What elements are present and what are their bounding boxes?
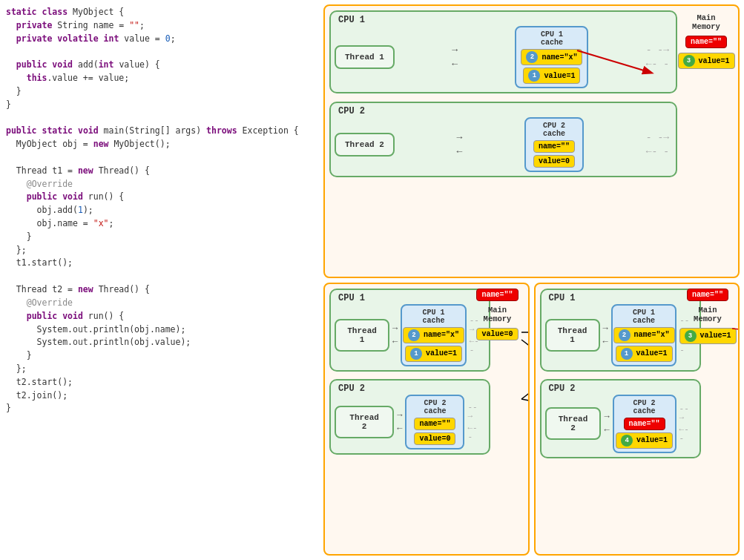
- main-container: static class MyObject { private String n…: [0, 0, 744, 560]
- bl-thread2-box: Thread 2: [335, 406, 394, 438]
- bl-cpu2-cache: CPU 2cache name="" value=0: [405, 395, 464, 449]
- code-text: static class MyObject { private String n…: [6, 6, 313, 415]
- top-cpu1-name-tag: 2name="x": [521, 49, 582, 65]
- bl-mm-value-tag: value=0: [476, 328, 518, 340]
- top-mm-name-tag: name="": [685, 36, 727, 48]
- code-panel: static class MyObject { private String n…: [0, 0, 319, 560]
- top-cpu1-box: CPU 1 Thread 1 → ← CPU 1cache 2name="x": [329, 10, 677, 93]
- top-cpu1-value-tag: 1value=1: [523, 67, 580, 84]
- br-mm-value-tag: 3value=1: [679, 328, 737, 344]
- br-thread1-box: Thread 1: [545, 319, 600, 352]
- top-mm-title: MainMemory: [692, 13, 720, 31]
- bl-cpu1-value-tag: 1value=1: [405, 346, 462, 362]
- br-cpu2-box: CPU 2 Thread 2 → ← CPU 2cache name="" 4v…: [540, 379, 701, 458]
- br-mm-name-tag: name="": [687, 289, 728, 301]
- bl-thread1-box: Thread 1: [335, 319, 389, 352]
- br-main-memory: name="" MainMemory 3value=1: [682, 289, 734, 550]
- top-cpu1-label: CPU 1: [338, 15, 365, 25]
- bl-mm-title: MainMemory: [484, 306, 512, 323]
- bl-cpu2-box: CPU 2 Thread 2 → ← CPU 2cache name="" va…: [329, 379, 490, 455]
- bl-cpu1-box: CPU 1 Thread 1 → ← CPU 1cache 2name="x" …: [329, 289, 490, 372]
- br-cpu2-name-tag: name="": [624, 418, 665, 430]
- bl-cpu1-cache: CPU 1cache 2name="x" 1value=1: [401, 304, 466, 366]
- br-cpu2-value-tag: 4value=1: [616, 432, 673, 449]
- bottom-left-quadrant: CPU 1 Thread 1 → ← CPU 1cache 2name="x" …: [323, 283, 530, 556]
- bl-mm-name-tag: name="": [476, 289, 518, 301]
- br-thread2-box: Thread 2: [545, 407, 602, 440]
- br-cpu2-cache: CPU 2cache name="" 4value=1: [613, 395, 676, 453]
- top-mm-value-tag: 3value=1: [678, 53, 735, 69]
- br-cpu2-label: CPU 2: [549, 383, 576, 394]
- bl-cpu1-name-tag: 2name="x": [403, 327, 464, 343]
- bl-cpu1-label: CPU 1: [338, 293, 365, 303]
- br-cpu1-label: CPU 1: [549, 293, 576, 303]
- br-cpu1-value-tag: 1value=1: [616, 346, 673, 362]
- br-cpu1-box: CPU 1 Thread 1 → ← CPU 1cache 2name="x" …: [540, 289, 701, 372]
- top-main-memory: MainMemory name="" 3value=1: [680, 10, 732, 272]
- top-cpu2-value-tag: value=0: [533, 155, 575, 168]
- top-cpu2-box: CPU 2 Thread 2 → ← CPU 2cache name="" va…: [329, 102, 677, 177]
- top-thread2-box: Thread 2: [335, 133, 395, 157]
- bl-cpu2-value-tag: value=0: [414, 432, 455, 445]
- top-cpu1-cache: CPU 1cache 2name="x" 1value=1: [515, 26, 588, 88]
- bottom-right-quadrant: CPU 1 Thread 1 → ← CPU 1cache 2name="x" …: [534, 283, 740, 556]
- bl-cpu2-name-tag: name="": [414, 418, 455, 430]
- br-cpu1-cache: CPU 1cache 2name="x" 1value=1: [611, 304, 676, 366]
- top-cpu2-label: CPU 2: [338, 106, 365, 116]
- top-cpu2-cache: CPU 2cache name="" value=0: [524, 117, 584, 172]
- top-cpu2-name-tag: name="": [533, 140, 575, 153]
- br-mm-title: MainMemory: [694, 306, 722, 323]
- bl-main-memory: name="" MainMemory value=0: [472, 289, 524, 550]
- bl-cpu2-label: CPU 2: [338, 383, 365, 394]
- top-quadrant: CPU 1 Thread 1 → ← CPU 1cache 2name="x": [323, 4, 740, 278]
- top-thread1-box: Thread 1: [335, 45, 395, 69]
- br-cpu1-name-tag: 2name="x": [613, 327, 675, 343]
- diagram-panel: CPU 1 Thread 1 → ← CPU 1cache 2name="x": [319, 0, 744, 560]
